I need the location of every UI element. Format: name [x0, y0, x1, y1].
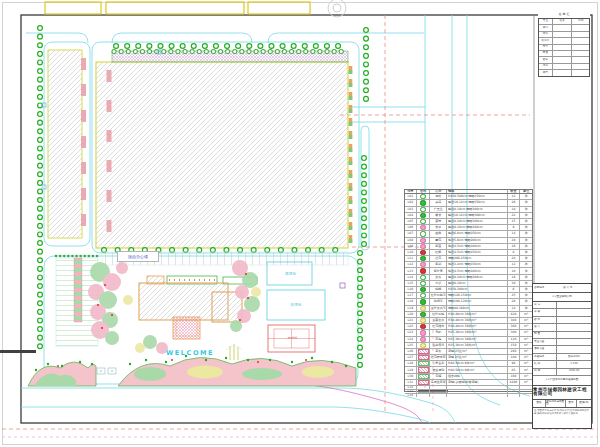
bottom-mounds	[28, 357, 356, 386]
road-mark-right	[418, 390, 448, 393]
parking-median	[74, 258, 82, 322]
drawing-sheet: WELCOME 综合办公楼 篮球场 排球场 网球场 会 签 栏 专业 姓名 日期…	[0, 0, 600, 447]
sculpture	[226, 344, 242, 360]
site-boundary-line	[290, 384, 422, 423]
entrance-gate	[97, 368, 116, 374]
north-buildings	[45, 2, 310, 14]
west-warehouse	[48, 50, 82, 238]
main-factory-building	[96, 62, 348, 248]
sports-courts	[267, 262, 345, 352]
site-plan-canvas	[0, 0, 600, 447]
road-mark-left	[0, 350, 36, 353]
north-parking	[102, 252, 348, 265]
